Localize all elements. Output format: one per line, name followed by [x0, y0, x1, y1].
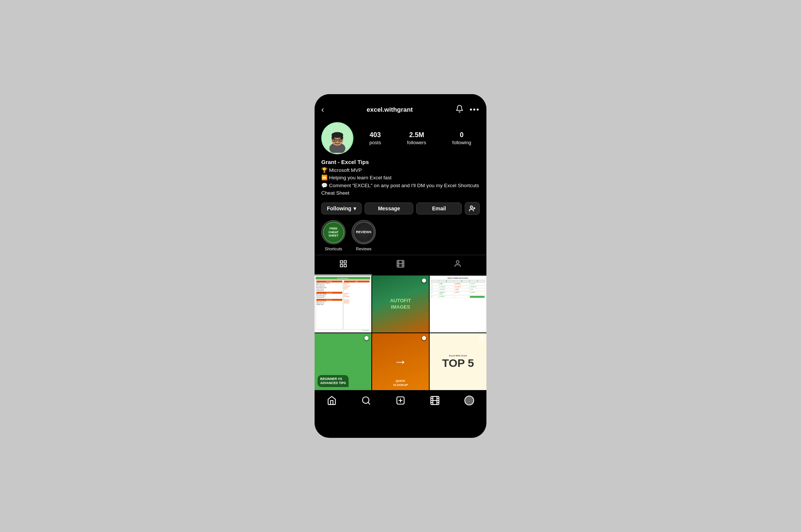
phone-frame: ‹ excel.withgrant •••: [315, 94, 486, 438]
post-3[interactable]: BASIC FORMULAS IN EXCEL A B C 1 =SUM =AV…: [430, 276, 486, 332]
highlight-reviews-inner: REVIEWS: [353, 222, 375, 243]
highlight-shortcuts-inner: FREECHEATSHEET: [323, 222, 344, 243]
nav-add[interactable]: [391, 394, 410, 407]
profile-top: 403 posts 2.5M followers 0 following: [321, 122, 480, 154]
stat-following[interactable]: 0 following: [452, 131, 471, 145]
followers-label: followers: [407, 140, 426, 145]
svg-rect-16: [344, 261, 346, 263]
bio-line-1: 🏆 Microsoft MVP: [321, 167, 480, 174]
more-options-button[interactable]: •••: [470, 105, 480, 114]
highlight-reviews[interactable]: REVIEWS Reviews: [352, 220, 376, 251]
following-count: 0: [460, 131, 464, 139]
svg-point-10: [334, 139, 335, 141]
stats-row: 403 posts 2.5M followers 0 following: [361, 131, 480, 145]
multi-indicator-6: [479, 335, 484, 342]
svg-rect-15: [340, 261, 342, 263]
tagged-icon: [454, 260, 462, 270]
reels-icon: [396, 260, 405, 270]
profile-section: 403 posts 2.5M followers 0 following: [315, 118, 486, 154]
svg-point-27: [457, 261, 459, 263]
svg-rect-28: [480, 336, 484, 340]
reel-indicator-5: [421, 335, 427, 342]
avatar[interactable]: [321, 122, 353, 154]
followers-count: 2.5M: [409, 131, 424, 139]
svg-rect-17: [340, 265, 342, 267]
highlight-reviews-ring[interactable]: REVIEWS: [352, 220, 376, 244]
status-bar: [315, 94, 486, 102]
nav-reels[interactable]: [426, 394, 444, 407]
grid-icon: [339, 260, 347, 270]
highlight-shortcuts-label: Shortcuts: [325, 247, 342, 251]
add-person-button[interactable]: [465, 202, 480, 215]
following-label: Following: [327, 205, 351, 211]
highlights-section: FREECHEATSHEET Shortcuts REVIEWS Reviews: [315, 215, 486, 255]
bio-section: Grant - Excel Tips 🏆 Microsoft MVP ⏩ Hel…: [315, 159, 486, 197]
posts-grid: Excel Shortcuts WINDOWS Navigate around …: [315, 276, 486, 390]
tabs-row: [315, 255, 486, 276]
svg-point-12: [470, 206, 473, 208]
svg-rect-29: [480, 337, 483, 339]
reel-indicator-4: [364, 335, 369, 342]
reel-indicator-2: [421, 278, 427, 284]
following-label: following: [452, 140, 471, 145]
message-button[interactable]: Message: [365, 202, 413, 214]
post-4[interactable]: BEGINNER VSADVANCED TIPS: [315, 333, 371, 390]
post-5[interactable]: → QUICKVLOOKUP: [372, 333, 429, 390]
svg-point-11: [339, 139, 341, 141]
bio-line-3: 💬 Comment "EXCEL" on any post and I'll D…: [321, 182, 480, 197]
highlight-shortcuts[interactable]: FREECHEATSHEET Shortcuts: [321, 220, 346, 251]
username-header: excel.withgrant: [367, 106, 413, 114]
tab-reels[interactable]: [372, 255, 429, 275]
posts-count: 403: [369, 131, 381, 139]
post-1[interactable]: Excel Shortcuts WINDOWS Navigate around …: [315, 276, 371, 332]
bio-line-2: ⏩ Helping you learn Excel fast: [321, 174, 480, 182]
stat-followers[interactable]: 2.5M followers: [407, 131, 426, 145]
stat-posts[interactable]: 403 posts: [369, 131, 381, 145]
following-button[interactable]: Following ▾: [321, 202, 362, 214]
chevron-down-icon: ▾: [353, 205, 356, 211]
action-buttons: Following ▾ Message Email: [321, 202, 480, 215]
nav-home[interactable]: [322, 394, 341, 407]
svg-line-31: [368, 402, 370, 404]
tab-tagged[interactable]: [429, 255, 486, 275]
highlight-shortcuts-ring[interactable]: FREECHEATSHEET: [321, 220, 346, 244]
nav-search[interactable]: [357, 394, 375, 407]
post-2[interactable]: AUTOFITIMAGES: [372, 276, 429, 332]
post-6[interactable]: Excel With Grant TOP 5: [430, 333, 486, 390]
header: ‹ excel.withgrant •••: [315, 102, 486, 118]
tab-grid[interactable]: [315, 255, 372, 275]
header-actions: •••: [455, 105, 480, 115]
display-name: Grant - Excel Tips: [321, 159, 480, 165]
back-button[interactable]: ‹: [321, 105, 324, 115]
posts-label: posts: [369, 140, 381, 145]
bottom-nav: [315, 390, 486, 412]
email-button[interactable]: Email: [416, 202, 462, 214]
profile-avatar-nav: [464, 396, 474, 405]
svg-rect-18: [344, 265, 346, 267]
highlight-reviews-label: Reviews: [356, 247, 372, 251]
nav-profile[interactable]: [460, 394, 479, 407]
notifications-button[interactable]: [455, 105, 464, 115]
